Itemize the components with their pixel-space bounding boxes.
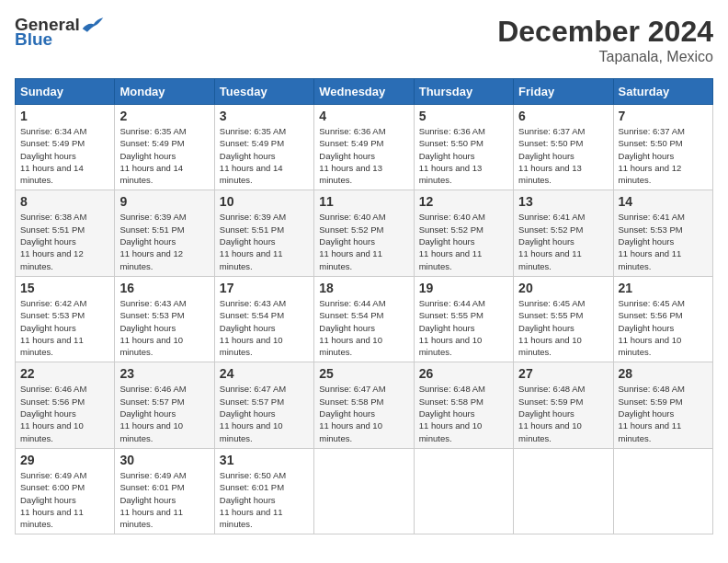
calendar-cell: 24 Sunrise: 6:47 AM Sunset: 5:57 PM Dayl…	[214, 362, 313, 448]
day-number: 19	[419, 281, 508, 295]
header-saturday: Saturday	[613, 79, 712, 105]
header-thursday: Thursday	[414, 79, 513, 105]
day-number: 31	[220, 453, 309, 467]
calendar-cell: 13 Sunrise: 6:41 AM Sunset: 5:52 PM Dayl…	[514, 190, 613, 276]
day-info: Sunrise: 6:44 AM Sunset: 5:54 PM Dayligh…	[319, 297, 408, 358]
calendar-cell: 6 Sunrise: 6:37 AM Sunset: 5:50 PM Dayli…	[514, 105, 613, 190]
day-info: Sunrise: 6:48 AM Sunset: 5:58 PM Dayligh…	[419, 383, 508, 443]
calendar-week-2: 8 Sunrise: 6:38 AM Sunset: 5:51 PM Dayli…	[16, 190, 713, 276]
day-number: 1	[20, 109, 109, 123]
day-number: 18	[319, 281, 408, 295]
day-number: 22	[20, 366, 109, 381]
calendar-cell	[314, 448, 414, 534]
calendar-cell: 23 Sunrise: 6:46 AM Sunset: 5:57 PM Dayl…	[115, 362, 214, 448]
day-info: Sunrise: 6:48 AM Sunset: 5:59 PM Dayligh…	[619, 383, 708, 443]
header-sunday: Sunday	[16, 79, 115, 105]
calendar-cell: 26 Sunrise: 6:48 AM Sunset: 5:58 PM Dayl…	[414, 362, 513, 448]
calendar-week-4: 22 Sunrise: 6:46 AM Sunset: 5:56 PM Dayl…	[16, 362, 713, 448]
logo-blue-text: Blue	[15, 29, 52, 50]
calendar-cell: 15 Sunrise: 6:42 AM Sunset: 5:53 PM Dayl…	[16, 276, 115, 362]
calendar-cell: 12 Sunrise: 6:40 AM Sunset: 5:52 PM Dayl…	[414, 190, 513, 276]
calendar-cell: 14 Sunrise: 6:41 AM Sunset: 5:53 PM Dayl…	[613, 190, 712, 276]
day-info: Sunrise: 6:40 AM Sunset: 5:52 PM Dayligh…	[419, 211, 508, 271]
calendar-cell: 22 Sunrise: 6:46 AM Sunset: 5:56 PM Dayl…	[16, 362, 115, 448]
calendar-week-1: 1 Sunrise: 6:34 AM Sunset: 5:49 PM Dayli…	[16, 105, 713, 190]
day-number: 25	[319, 366, 408, 381]
day-number: 14	[619, 194, 708, 209]
day-number: 9	[119, 194, 209, 209]
day-number: 2	[119, 109, 209, 123]
calendar-cell: 27 Sunrise: 6:48 AM Sunset: 5:59 PM Dayl…	[514, 362, 613, 448]
day-number: 7	[619, 109, 708, 123]
day-number: 23	[119, 366, 209, 381]
day-info: Sunrise: 6:35 AM Sunset: 5:49 PM Dayligh…	[119, 125, 209, 186]
day-number: 28	[619, 366, 708, 381]
calendar-week-3: 15 Sunrise: 6:42 AM Sunset: 5:53 PM Dayl…	[16, 276, 713, 362]
calendar-cell	[613, 448, 712, 534]
header-monday: Monday	[115, 79, 214, 105]
day-info: Sunrise: 6:40 AM Sunset: 5:52 PM Dayligh…	[319, 211, 408, 271]
calendar-cell	[414, 448, 513, 534]
title-section: December 2024 Tapanala, Mexico	[497, 15, 713, 65]
calendar-cell: 8 Sunrise: 6:38 AM Sunset: 5:51 PM Dayli…	[16, 190, 115, 276]
day-info: Sunrise: 6:43 AM Sunset: 5:53 PM Dayligh…	[119, 297, 209, 358]
day-number: 5	[419, 109, 508, 123]
day-info: Sunrise: 6:36 AM Sunset: 5:50 PM Dayligh…	[419, 125, 508, 186]
calendar-cell: 25 Sunrise: 6:47 AM Sunset: 5:58 PM Dayl…	[314, 362, 414, 448]
logo-blue-bird-icon	[81, 16, 105, 34]
calendar-cell: 18 Sunrise: 6:44 AM Sunset: 5:54 PM Dayl…	[314, 276, 414, 362]
calendar-cell: 17 Sunrise: 6:43 AM Sunset: 5:54 PM Dayl…	[214, 276, 313, 362]
day-number: 10	[220, 194, 309, 209]
day-number: 30	[119, 453, 209, 467]
day-number: 26	[419, 366, 508, 381]
calendar-cell: 5 Sunrise: 6:36 AM Sunset: 5:50 PM Dayli…	[414, 105, 513, 190]
calendar-cell: 20 Sunrise: 6:45 AM Sunset: 5:55 PM Dayl…	[514, 276, 613, 362]
day-number: 16	[119, 281, 209, 295]
day-info: Sunrise: 6:49 AM Sunset: 6:00 PM Dayligh…	[20, 469, 109, 530]
location-title: Tapanala, Mexico	[497, 49, 713, 65]
day-number: 4	[319, 109, 408, 123]
day-info: Sunrise: 6:42 AM Sunset: 5:53 PM Dayligh…	[20, 297, 109, 358]
calendar-cell: 3 Sunrise: 6:35 AM Sunset: 5:49 PM Dayli…	[214, 105, 313, 190]
day-number: 20	[518, 281, 608, 295]
day-info: Sunrise: 6:34 AM Sunset: 5:49 PM Dayligh…	[20, 125, 109, 186]
calendar-cell: 10 Sunrise: 6:39 AM Sunset: 5:51 PM Dayl…	[214, 190, 313, 276]
day-number: 24	[220, 366, 309, 381]
day-info: Sunrise: 6:36 AM Sunset: 5:49 PM Dayligh…	[319, 125, 408, 186]
day-info: Sunrise: 6:47 AM Sunset: 5:58 PM Dayligh…	[319, 383, 408, 443]
calendar-cell: 19 Sunrise: 6:44 AM Sunset: 5:55 PM Dayl…	[414, 276, 513, 362]
day-info: Sunrise: 6:46 AM Sunset: 5:57 PM Dayligh…	[119, 383, 209, 443]
calendar-table: Sunday Monday Tuesday Wednesday Thursday…	[15, 78, 713, 534]
calendar-cell: 30 Sunrise: 6:49 AM Sunset: 6:01 PM Dayl…	[115, 448, 214, 534]
day-number: 6	[518, 109, 608, 123]
day-number: 8	[20, 194, 109, 209]
day-info: Sunrise: 6:43 AM Sunset: 5:54 PM Dayligh…	[220, 297, 309, 358]
day-info: Sunrise: 6:39 AM Sunset: 5:51 PM Dayligh…	[220, 211, 309, 271]
day-info: Sunrise: 6:37 AM Sunset: 5:50 PM Dayligh…	[518, 125, 608, 186]
day-number: 3	[220, 109, 309, 123]
day-info: Sunrise: 6:50 AM Sunset: 6:01 PM Dayligh…	[220, 469, 309, 530]
calendar-header-row: Sunday Monday Tuesday Wednesday Thursday…	[16, 79, 713, 105]
calendar-cell: 11 Sunrise: 6:40 AM Sunset: 5:52 PM Dayl…	[314, 190, 414, 276]
day-info: Sunrise: 6:37 AM Sunset: 5:50 PM Dayligh…	[619, 125, 708, 186]
month-title: December 2024	[497, 15, 713, 49]
day-number: 12	[419, 194, 508, 209]
day-number: 15	[20, 281, 109, 295]
calendar-cell: 21 Sunrise: 6:45 AM Sunset: 5:56 PM Dayl…	[613, 276, 712, 362]
day-info: Sunrise: 6:44 AM Sunset: 5:55 PM Dayligh…	[419, 297, 508, 358]
day-info: Sunrise: 6:45 AM Sunset: 5:55 PM Dayligh…	[518, 297, 608, 358]
day-info: Sunrise: 6:47 AM Sunset: 5:57 PM Dayligh…	[220, 383, 309, 443]
day-info: Sunrise: 6:41 AM Sunset: 5:52 PM Dayligh…	[518, 211, 608, 271]
calendar-cell: 2 Sunrise: 6:35 AM Sunset: 5:49 PM Dayli…	[115, 105, 214, 190]
calendar-cell: 28 Sunrise: 6:48 AM Sunset: 5:59 PM Dayl…	[613, 362, 712, 448]
day-info: Sunrise: 6:49 AM Sunset: 6:01 PM Dayligh…	[119, 469, 209, 530]
day-number: 29	[20, 453, 109, 467]
header-friday: Friday	[514, 79, 613, 105]
calendar-cell: 1 Sunrise: 6:34 AM Sunset: 5:49 PM Dayli…	[16, 105, 115, 190]
header-wednesday: Wednesday	[314, 79, 414, 105]
day-info: Sunrise: 6:41 AM Sunset: 5:53 PM Dayligh…	[619, 211, 708, 271]
day-number: 11	[319, 194, 408, 209]
day-info: Sunrise: 6:45 AM Sunset: 5:56 PM Dayligh…	[619, 297, 708, 358]
day-info: Sunrise: 6:46 AM Sunset: 5:56 PM Dayligh…	[20, 383, 109, 443]
day-info: Sunrise: 6:39 AM Sunset: 5:51 PM Dayligh…	[119, 211, 209, 271]
